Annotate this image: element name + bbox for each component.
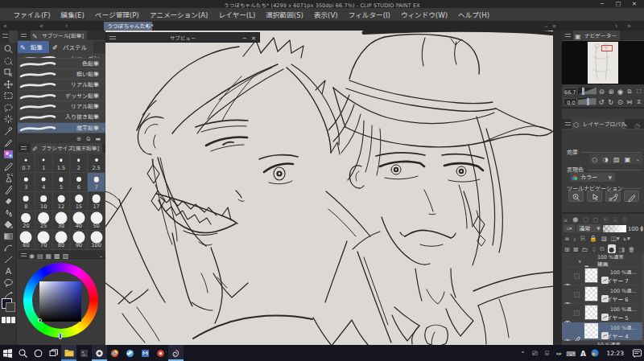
panel-menu-icon[interactable]: ≡ xyxy=(564,215,568,224)
brush-size-cell[interactable]: 40 xyxy=(70,211,88,231)
brush-size-cell[interactable]: 17 xyxy=(88,192,105,211)
brush-size-cell[interactable]: 8 xyxy=(18,192,35,211)
document-tab[interactable]: うつぼちゃんたち* xyxy=(104,22,152,31)
pastel-tool[interactable] xyxy=(0,184,17,195)
layer-visible-icon[interactable] xyxy=(564,329,572,334)
menu-animation[interactable]: アニメーション(A) xyxy=(144,8,213,21)
maximize-button[interactable]: □ xyxy=(613,0,623,7)
notification-center-icon[interactable] xyxy=(630,345,644,361)
brush-size-cell[interactable]: 6 xyxy=(70,173,88,192)
fill-tool[interactable] xyxy=(0,219,17,230)
toolnav-zoom-button[interactable] xyxy=(568,191,584,202)
tray-tablet-icon[interactable]: ⎚ xyxy=(529,345,540,361)
select-tool[interactable] xyxy=(0,90,17,101)
brush-size-cell[interactable]: 3 xyxy=(18,173,35,192)
layer-name[interactable]: 線画 xyxy=(597,260,609,267)
eyedropper-tool[interactable] xyxy=(0,125,17,137)
taskbar-clipstudio-icon[interactable] xyxy=(168,345,184,361)
effect-menu-icon[interactable]: ⌄ xyxy=(636,155,640,162)
tray-chevron-up-icon[interactable]: ⌃ xyxy=(517,345,528,361)
menu-selection[interactable]: 選択範囲(S) xyxy=(261,8,309,21)
layer-property-header[interactable]: ⬡ レイヤープロパティ ◔ ◷ xyxy=(562,119,644,129)
move-tool[interactable] xyxy=(0,79,17,90)
new-layer2-icon[interactable]: ⊠ xyxy=(573,244,579,253)
brush-size-cell[interactable]: 1 xyxy=(35,154,53,173)
navigator-tab[interactable]: ▣ ナビゲーター xyxy=(573,31,620,41)
dock-collapse-icon[interactable]: « xyxy=(39,22,43,30)
gradient-tool[interactable] xyxy=(0,231,17,242)
taskbar-start-icon[interactable] xyxy=(0,345,15,361)
taskbar-explorer-icon[interactable] xyxy=(61,345,76,361)
subview-close-icon[interactable]: ✕ xyxy=(251,33,256,43)
brush-size-cell[interactable]: 50 xyxy=(88,211,105,231)
zoom-100-icon[interactable]: ◉ xyxy=(616,86,625,96)
taskbar-app-blue-icon[interactable] xyxy=(138,345,153,361)
subview-window-titlebar[interactable]: サブビュー ─ ✕ xyxy=(105,32,260,43)
opacity-slider[interactable] xyxy=(603,225,625,232)
expression-color-dropdown[interactable]: カラー ▼ xyxy=(570,173,615,182)
fit-screen-icon[interactable]: ⧉ xyxy=(625,86,634,96)
sv-square[interactable] xyxy=(39,281,81,322)
toolnav-select-layer-button[interactable] xyxy=(587,191,602,202)
brush-size-cell[interactable]: 7 xyxy=(88,173,105,192)
brush-size-cell[interactable]: 5 xyxy=(53,173,71,192)
brush-size-cell[interactable]: 0.7 xyxy=(18,154,35,173)
brush-item[interactable]: デッサン鉛筆 xyxy=(18,91,105,101)
tab-icon[interactable]: ⎗ xyxy=(604,215,609,224)
blend-mode-dropdown[interactable]: 通常 ▼ xyxy=(576,224,601,232)
brush-item[interactable]: リアル鉛筆 xyxy=(18,80,105,90)
fit-window-icon[interactable]: ⛶ xyxy=(634,86,643,96)
two-pane-icon[interactable]: ⎘ xyxy=(580,233,585,243)
flip-horizontal-icon[interactable]: ⋈ xyxy=(625,96,634,106)
taskbar-app-red-icon[interactable] xyxy=(153,345,168,361)
transfer-icon[interactable]: ⇩ xyxy=(591,244,597,253)
new-folder-icon[interactable]: 🗀 xyxy=(581,244,588,253)
ruler-icon[interactable]: ⍚ xyxy=(573,233,577,243)
subtool-tab-inactive[interactable]: ✐パステル xyxy=(50,41,93,53)
tab-icon[interactable]: ◻ xyxy=(593,215,599,224)
effect-halftone-icon[interactable]: ▨ xyxy=(613,154,620,163)
brush-size-cell[interactable]: 15 xyxy=(70,192,88,211)
wand-tool[interactable] xyxy=(0,113,17,125)
layer-row[interactable]: 100 %通... レイヤー 4 xyxy=(562,322,642,341)
layer-checkbox[interactable] xyxy=(574,292,580,297)
rotation-slider[interactable] xyxy=(578,98,597,105)
layer-visible-icon[interactable] xyxy=(564,292,572,297)
layer-name[interactable]: レイヤー 5 xyxy=(601,314,629,321)
brush-size-cell[interactable]: 4 xyxy=(35,173,53,192)
palette-color-dropdown[interactable]: ▫▾ xyxy=(564,224,575,232)
brush-size-cell[interactable]: 2.5 xyxy=(88,154,105,173)
taskbar-photos-icon[interactable] xyxy=(76,345,92,361)
layer-visible-icon[interactable] xyxy=(564,273,572,279)
rotate-left-icon[interactable]: ↺ xyxy=(597,96,606,106)
panel-menu-icon[interactable] xyxy=(2,34,8,38)
line-tool[interactable] xyxy=(0,254,17,265)
flip-vertical-icon[interactable]: ⧖ xyxy=(634,96,643,106)
close-button[interactable]: ✕ xyxy=(630,0,639,7)
navigator-preview[interactable] xyxy=(562,41,644,84)
zoom-out-icon[interactable]: ⊖ xyxy=(597,86,606,96)
menu-file[interactable]: ファイル(F) xyxy=(8,8,56,21)
panel-menu-icon[interactable] xyxy=(21,146,27,150)
dock-collapse-icon[interactable]: ‹ xyxy=(65,22,68,30)
blend-tool[interactable] xyxy=(0,207,17,219)
layer-row[interactable]: 100 %通... レイヤー 7 xyxy=(562,267,642,285)
airbrush-tool[interactable] xyxy=(0,172,17,183)
brush-item[interactable]: 魔王鉛筆∨ xyxy=(18,123,105,133)
layer-tab-icon[interactable]: ⬢ xyxy=(572,215,578,224)
color-set-tab-icon[interactable]: ▦ xyxy=(46,250,52,260)
menu-edit[interactable]: 編集(E) xyxy=(56,8,89,21)
navigator-panel-header[interactable]: ▣ ナビゲーター xyxy=(562,31,644,41)
brush-size-cell[interactable]: 1.5 xyxy=(53,154,71,173)
rotate-reset-icon[interactable]: ⊙ xyxy=(616,96,625,106)
layer-checkbox[interactable] xyxy=(574,310,580,316)
tab-icon[interactable]: ⬡ xyxy=(583,215,588,224)
text-tool[interactable]: A xyxy=(0,265,17,277)
brush-size-cell[interactable]: 80 xyxy=(53,231,71,250)
layer-folder-row[interactable]: ∨ 100 %通常 線画 xyxy=(562,253,642,267)
panel-menu-icon[interactable] xyxy=(565,34,571,37)
panel-menu-icon[interactable] xyxy=(21,253,27,256)
lasso-tool[interactable] xyxy=(0,102,17,113)
menu-page[interactable]: ページ管理(P) xyxy=(89,8,144,21)
taskbar-taskview-icon[interactable] xyxy=(46,345,61,361)
